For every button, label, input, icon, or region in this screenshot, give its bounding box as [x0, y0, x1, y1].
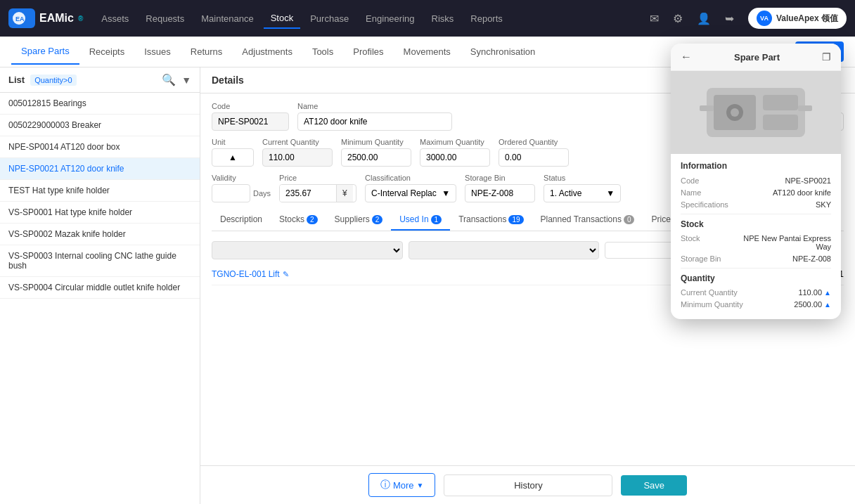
user-icon[interactable]: 👤	[691, 9, 716, 28]
min-qty-input[interactable]	[341, 148, 411, 167]
mobile-card-image	[671, 71, 841, 154]
ordered-qty-input[interactable]	[499, 148, 569, 167]
nav-engineering[interactable]: Engineering	[359, 9, 421, 28]
quantity-filter-badge: Quantity>0	[30, 75, 77, 86]
more-button[interactable]: ⓘ More ▼	[368, 473, 436, 497]
subnav-profiles[interactable]: Profiles	[343, 39, 393, 64]
subnav-spare-parts[interactable]: Spare Parts	[11, 39, 79, 65]
storage-bin-input[interactable]	[465, 184, 535, 202]
nav-stock[interactable]: Stock	[264, 8, 301, 29]
logo-superscript: ®	[78, 15, 83, 22]
validity-label: Validity	[212, 174, 271, 182]
suppliers-badge: 2	[372, 215, 383, 224]
field-min-qty: Minimum Quantity	[341, 138, 411, 167]
save-button[interactable]: Save	[621, 475, 687, 496]
list-item[interactable]: VS-SP0001 Hat type knife holder	[0, 202, 200, 224]
nav-reports[interactable]: Reports	[463, 9, 510, 28]
planned-badge: 0	[624, 215, 635, 224]
more-arrow-icon: ▼	[417, 482, 424, 489]
bin-value: NPE-Z-008	[792, 254, 831, 263]
list-title: List	[8, 75, 25, 85]
classif-select[interactable]: C-Interval Replac ▼	[365, 184, 456, 202]
status-value: 1. Active	[550, 188, 581, 198]
tab-stocks[interactable]: Stocks 2	[271, 209, 326, 231]
subnav-movements[interactable]: Movements	[394, 39, 461, 64]
info-code-row: Code NPE-SP0021	[681, 176, 831, 185]
mobile-back-icon[interactable]: ←	[681, 51, 692, 63]
current-qty-input[interactable]	[262, 148, 333, 167]
subnav-adjustments[interactable]: Adjustments	[232, 39, 302, 64]
code-input[interactable]	[212, 112, 289, 131]
nav-assets[interactable]: Assets	[94, 9, 136, 28]
nav-purchase[interactable]: Purchase	[303, 9, 356, 28]
mobile-expand-icon[interactable]: ❐	[822, 51, 831, 63]
filter-icon[interactable]: ▼	[181, 75, 191, 86]
cur-qty-label: Current Quantity	[681, 288, 738, 297]
unit-label: Unit	[212, 138, 254, 146]
price-input[interactable]	[280, 185, 336, 202]
tab-transactions[interactable]: Transactions 19	[450, 209, 532, 231]
svg-rect-4	[763, 95, 798, 110]
list-item[interactable]: 0050229000003 Breaker	[0, 115, 200, 136]
list-item[interactable]: VS-SP0004 Circular middle outlet knife h…	[0, 277, 200, 299]
unit-input[interactable]: ▲	[212, 148, 254, 167]
max-qty-input[interactable]	[420, 148, 490, 167]
validity-input[interactable]	[212, 184, 250, 202]
mobile-card-header: ← Spare Part ❐	[671, 44, 841, 71]
nav-maintenance[interactable]: Maintenance	[194, 9, 260, 28]
list-item[interactable]: 005012815 Bearings	[0, 93, 200, 115]
subnav-returns[interactable]: Returns	[181, 39, 233, 64]
field-code: Code	[212, 102, 289, 131]
cur-qty-row: Current Quantity 110.00 ▲	[681, 288, 831, 297]
tab-description[interactable]: Description	[212, 209, 271, 231]
stock-label: Stock	[681, 234, 700, 251]
stock-section-title: Stock	[681, 219, 831, 229]
field-status: Status 1. Active ▼	[544, 174, 621, 202]
info-section-title: Information	[681, 161, 831, 171]
field-name: Name	[297, 102, 520, 131]
list-item[interactable]: NPE-SP0014 AT120 door box	[0, 136, 200, 158]
mfr-filter-select[interactable]	[409, 241, 600, 259]
divider-1	[681, 214, 831, 214]
nav-risks[interactable]: Risks	[425, 9, 461, 28]
list-item[interactable]: VS-SP0002 Mazak knife holder	[0, 224, 200, 245]
min-qty-up-icon: ▲	[824, 301, 831, 309]
history-button[interactable]: History	[444, 474, 612, 496]
used-in-badge: 1	[431, 215, 442, 224]
bin-label: Storage Bin	[681, 254, 721, 263]
asset-filter-select[interactable]	[212, 241, 403, 259]
min-qty-label: Minimum Quantity	[681, 300, 743, 309]
info-name-label: Name	[681, 188, 701, 197]
tab-suppliers[interactable]: Suppliers 2	[326, 209, 392, 231]
value-apex-logo-icon: VA	[757, 11, 772, 26]
left-panel: List Quantity>0 🔍 ▼ 005012815 Bearings 0…	[0, 67, 200, 504]
nav-requests[interactable]: Requests	[139, 9, 191, 28]
list-item[interactable]: VS-SP0003 Internal cooling CNC lathe gui…	[0, 245, 200, 277]
logo: EA EAMic ®	[8, 8, 83, 28]
top-nav: EA EAMic ® Assets Requests Maintenance S…	[0, 0, 855, 37]
list-item-selected[interactable]: NPE-SP0021 AT120 door knife	[0, 158, 200, 180]
subnav-receipts[interactable]: Receipts	[79, 39, 135, 64]
search-icon[interactable]: 🔍	[162, 73, 176, 86]
divider-2	[681, 268, 831, 269]
svg-rect-8	[700, 105, 714, 111]
spare-part-svg	[693, 74, 819, 151]
tab-used-in[interactable]: Used In 1	[391, 209, 450, 231]
classif-label: Classification	[365, 174, 456, 182]
name-label: Name	[297, 102, 520, 110]
bin-row: Storage Bin NPE-Z-008	[681, 254, 831, 263]
message-icon[interactable]: ✉	[644, 9, 664, 28]
name-input[interactable]	[297, 112, 452, 131]
subnav-issues[interactable]: Issues	[134, 39, 181, 64]
field-unit: Unit ▲	[212, 138, 254, 167]
asset-link[interactable]: TGNO-EL-001 Lift	[212, 269, 280, 279]
subnav-tools[interactable]: Tools	[302, 39, 343, 64]
settings-icon[interactable]: ⚙	[667, 9, 688, 28]
stock-value: NPE New Pantai Express Way	[740, 234, 831, 251]
list-item[interactable]: TEST Hat type knife holder	[0, 180, 200, 202]
asset-edit-icon[interactable]: ✎	[283, 270, 289, 279]
subnav-sync[interactable]: Synchronisation	[461, 39, 546, 64]
logout-icon[interactable]: ➥	[719, 9, 740, 28]
status-select[interactable]: 1. Active ▼	[544, 184, 621, 202]
tab-planned-transactions[interactable]: Planned Transactions 0	[532, 209, 643, 231]
